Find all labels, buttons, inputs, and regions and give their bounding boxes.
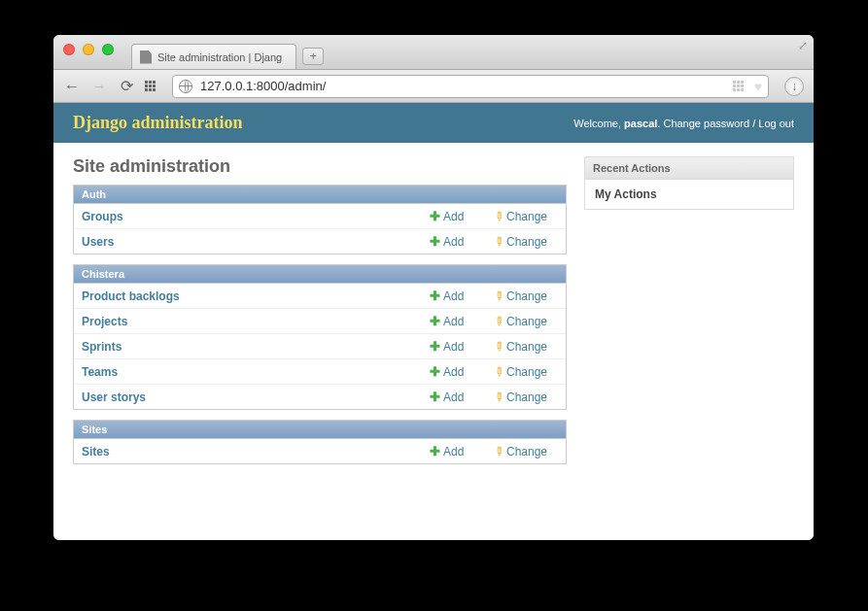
forward-button[interactable]: →	[90, 78, 108, 95]
plus-icon: ✚	[430, 444, 440, 458]
model-link[interactable]: Product backlogs	[82, 289, 430, 303]
model-link[interactable]: Sprints	[82, 340, 430, 354]
model-link[interactable]: User storys	[82, 390, 430, 404]
change-link[interactable]: ✎Change	[494, 289, 558, 303]
app-module: SitesSites✚Add✎Change	[73, 420, 567, 464]
add-link[interactable]: ✚Add	[430, 444, 494, 458]
page-content: Django administration Welcome, pascal. C…	[53, 103, 814, 540]
content-area: Site administration AuthGroups✚Add✎Chang…	[53, 143, 814, 488]
model-link[interactable]: Projects	[82, 315, 430, 328]
tab-title: Site administration | Djang	[157, 51, 282, 63]
pencil-icon: ✎	[491, 338, 507, 355]
app-caption: Sites	[74, 421, 566, 439]
change-link[interactable]: ✎Change	[494, 235, 558, 249]
django-header: Django administration Welcome, pascal. C…	[53, 103, 814, 143]
app-caption: Auth	[74, 186, 566, 204]
page-favicon-icon	[140, 51, 152, 64]
my-actions-heading: My Actions	[585, 180, 793, 209]
add-link[interactable]: ✚Add	[430, 289, 494, 303]
add-label: Add	[443, 445, 464, 458]
browser-window: Site administration | Djang + ⤢ ← → ⟳ ♥ …	[53, 35, 814, 540]
model-row: Sites✚Add✎Change	[74, 439, 566, 463]
model-row: Groups✚Add✎Change	[74, 204, 566, 229]
username: pascal	[624, 118, 657, 129]
back-button[interactable]: ←	[63, 78, 81, 95]
barcode-icon[interactable]	[733, 81, 750, 91]
downloads-button[interactable]: ↓	[784, 77, 804, 96]
add-label: Add	[443, 235, 464, 249]
brand-title: Django administration	[73, 113, 243, 133]
pencil-icon: ✎	[491, 288, 507, 304]
add-link[interactable]: ✚Add	[430, 364, 494, 379]
plus-icon: ✚	[430, 234, 440, 249]
minimize-window-button[interactable]	[83, 44, 94, 55]
app-module: ChisteraProduct backlogs✚Add✎ChangeProje…	[73, 264, 567, 410]
recent-actions-module: Recent Actions My Actions	[584, 156, 794, 210]
favorite-icon[interactable]: ♥	[754, 79, 762, 94]
model-row: Projects✚Add✎Change	[74, 309, 566, 334]
page-title: Site administration	[73, 156, 567, 177]
add-link[interactable]: ✚Add	[430, 234, 494, 249]
add-label: Add	[443, 365, 464, 379]
fullscreen-icon[interactable]: ⤢	[798, 39, 808, 52]
model-link[interactable]: Teams	[82, 365, 430, 379]
change-password-link[interactable]: Change password	[663, 118, 749, 129]
reload-button[interactable]: ⟳	[118, 77, 135, 95]
apps-button[interactable]	[145, 81, 162, 91]
change-label: Change	[506, 235, 547, 249]
model-row: Sprints✚Add✎Change	[74, 334, 566, 359]
app-caption: Chistera	[74, 265, 566, 284]
model-row: Teams✚Add✎Change	[74, 359, 566, 385]
change-link[interactable]: ✎Change	[494, 315, 558, 328]
sidebar-column: Recent Actions My Actions	[584, 156, 794, 210]
pencil-icon: ✎	[491, 233, 507, 250]
change-label: Change	[506, 390, 547, 404]
add-link[interactable]: ✚Add	[430, 314, 494, 328]
app-module: AuthGroups✚Add✎ChangeUsers✚Add✎Change	[73, 185, 567, 255]
pencil-icon: ✎	[491, 208, 507, 224]
welcome-text: Welcome,	[573, 118, 621, 129]
model-row: Users✚Add✎Change	[74, 229, 566, 254]
globe-icon	[179, 80, 192, 93]
main-column: Site administration AuthGroups✚Add✎Chang…	[73, 156, 567, 474]
add-label: Add	[443, 390, 464, 404]
window-controls	[63, 44, 114, 55]
recent-actions-title: Recent Actions	[585, 157, 793, 180]
plus-icon: ✚	[430, 314, 440, 328]
add-link[interactable]: ✚Add	[430, 209, 494, 223]
pencil-icon: ✎	[491, 389, 507, 405]
change-link[interactable]: ✎Change	[494, 365, 558, 379]
add-label: Add	[443, 315, 464, 328]
change-label: Change	[506, 340, 547, 354]
change-link[interactable]: ✎Change	[494, 340, 558, 354]
model-link[interactable]: Sites	[82, 445, 430, 458]
change-label: Change	[506, 210, 547, 223]
zoom-window-button[interactable]	[102, 44, 114, 55]
model-row: User storys✚Add✎Change	[74, 385, 566, 409]
change-link[interactable]: ✎Change	[494, 210, 558, 223]
add-link[interactable]: ✚Add	[430, 339, 494, 354]
plus-icon: ✚	[430, 390, 440, 404]
browser-tab[interactable]: Site administration | Djang	[131, 44, 296, 69]
change-link[interactable]: ✎Change	[494, 390, 558, 404]
logout-link[interactable]: Log out	[758, 118, 794, 129]
change-label: Change	[506, 315, 547, 328]
new-tab-button[interactable]: +	[302, 48, 324, 65]
browser-toolbar: ← → ⟳ ♥ ↓	[53, 70, 814, 103]
change-link[interactable]: ✎Change	[494, 445, 558, 458]
close-window-button[interactable]	[63, 44, 75, 55]
change-label: Change	[506, 365, 547, 379]
model-link[interactable]: Groups	[82, 210, 430, 223]
add-link[interactable]: ✚Add	[430, 390, 494, 404]
user-tools: Welcome, pascal. Change password / Log o…	[573, 118, 794, 129]
change-label: Change	[506, 445, 547, 458]
plus-icon: ✚	[430, 364, 440, 379]
model-row: Product backlogs✚Add✎Change	[74, 284, 566, 309]
grid-icon	[145, 81, 162, 91]
add-label: Add	[443, 289, 464, 303]
model-link[interactable]: Users	[82, 235, 430, 249]
url-input[interactable]	[200, 79, 725, 93]
pencil-icon: ✎	[491, 363, 507, 380]
url-bar[interactable]: ♥	[172, 75, 769, 98]
plus-icon: ✚	[430, 209, 440, 223]
